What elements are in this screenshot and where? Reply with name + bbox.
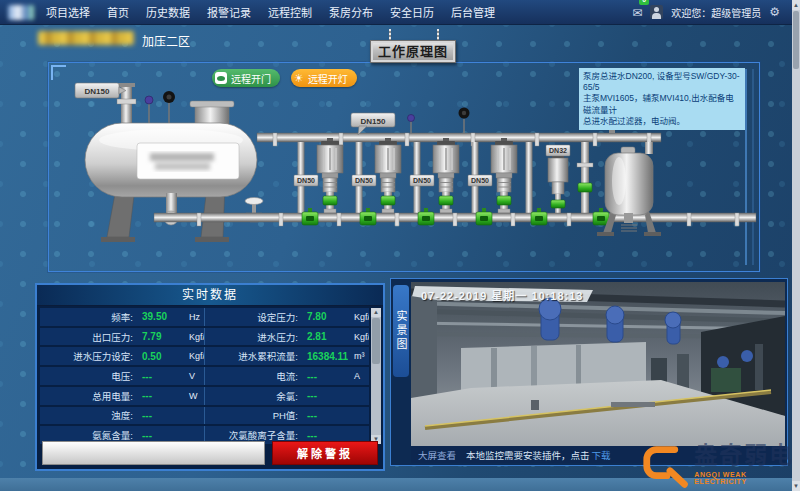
svg-text:DN50: DN50 [471,177,489,184]
svg-text:DN50: DN50 [413,177,431,184]
nav-item-history[interactable]: 历史数据 [146,4,190,20]
scroll-down-icon[interactable]: ▼ [792,481,800,491]
remote-door-label: 远程开门 [231,71,271,86]
process-diagram-panel: DN150 [48,62,760,272]
device-info-line2: 主泵MVI1605，辅泵MVI410,出水配备电磁流量计 [583,93,741,115]
tab-live-view[interactable]: 实景图 [393,285,409,377]
param-label: 进水压力设定: [40,349,133,363]
pump-2 [375,138,401,213]
device-info-line3: 总进水配过滤器，电动阀。 [583,116,741,127]
param-label: 出口压力: [40,330,133,344]
param-label: 设定压力: [205,310,298,324]
param-label: 余氯: [205,389,298,403]
param-value: 0.50 [133,351,189,362]
nav-item-alarm-log[interactable]: 报警记录 [207,4,251,20]
param-value: 2.81 [298,331,354,342]
alarm-bar: 解除警报 [42,441,378,465]
nav-item-home[interactable]: 首页 [107,4,129,20]
svg-text:DN50: DN50 [355,177,373,184]
remote-light-button[interactable]: ☀ 远程开灯 [291,69,357,87]
welcome-text: 欢迎您：超级管理员 [671,5,761,20]
param-value: 39.50 [133,311,189,322]
scroll-up-icon[interactable]: ▲ [792,0,800,10]
param-unit: m³ [354,351,365,361]
realtime-table: 频率:39.50Hz 设定压力:7.80Kgf/cm² 出口压力:7.79Kgf… [40,308,369,444]
param-unit: W [189,391,198,401]
param-value: 7.79 [133,331,189,342]
param-value: 7.80 [298,311,354,322]
remote-light-label: 远程开灯 [308,71,348,86]
camera-scene [411,282,785,446]
param-unit: Kgf/cm² [354,332,369,342]
camera-panel: 实景图 [390,278,788,466]
header-size-tag: DN150 [351,113,395,135]
param-value: 16384.11 [298,351,354,362]
messages-button[interactable]: ✉ 0 [632,3,642,21]
param-label: 进水压力: [205,330,298,344]
nav-item-admin[interactable]: 后台管理 [451,4,495,20]
svg-text:DN150: DN150 [85,87,110,96]
table-row: 浊度:--- PH值:--- [40,407,369,425]
param-value: --- [298,410,354,421]
gear-icon[interactable]: ⚙ [769,5,780,19]
principle-diagram-sign: 工作原理图 [370,40,456,63]
table-row: 进水压力设定:0.50Kgf/cm² 进水累积流量:16384.11m³ [40,347,369,365]
plugin-hint-text: 本地监控需要安装插件，点击 [466,448,590,462]
svg-text:DN150: DN150 [361,117,386,126]
scroll-thumb[interactable] [793,11,799,69]
param-label: 浊度: [40,408,133,422]
pump-4 [491,138,517,213]
door-icon [215,72,227,84]
pump-1 [317,138,343,213]
remote-door-button[interactable]: 远程开门 [212,69,280,87]
nav-item-station-map[interactable]: 泵房分布 [329,4,373,20]
light-bulb-icon: ☀ [294,72,304,84]
table-scrollbar[interactable]: ▲ ▼ [371,308,381,444]
nav-menu: 项目选择 首页 历史数据 报警记录 远程控制 泵房分布 安全日历 后台管理 [46,4,495,20]
nav-right-group: ✉ 0 欢迎您：超级管理员 ⚙ [632,3,786,21]
zone-label: 加压二区 [142,32,190,49]
live-view-tab-label: 实景图 [393,310,409,352]
scroll-up-icon[interactable]: ▲ [371,308,381,317]
scroll-thumb[interactable] [372,318,380,364]
company-logo [8,5,34,20]
param-value: --- [298,430,354,441]
table-row: 出口压力:7.79Kgf/cm² 进水压力:2.81Kgf/cm² [40,328,369,346]
param-label: 进水累积流量: [205,349,298,363]
project-name-redacted [38,31,134,45]
aux-pump [548,155,568,213]
manifold-pipe [154,213,756,226]
alarm-message-box [42,441,265,465]
fullscreen-view-link[interactable]: 大屏查看 [418,448,456,462]
param-unit: Kgf/cm² [189,351,204,361]
table-row: 电压:---V 电流:---A [40,367,369,385]
param-unit: A [354,371,360,381]
nav-item-safety-calendar[interactable]: 安全日历 [390,4,434,20]
param-label: 电流: [205,369,298,383]
param-value: --- [298,371,354,382]
inlet-size-tag: DN150 [75,83,126,98]
download-link[interactable]: 下载 [592,448,611,462]
param-unit: V [189,371,195,381]
scada-page: 项目选择 首页 历史数据 报警记录 远程控制 泵房分布 安全日历 后台管理 ✉ … [0,0,800,491]
message-count-badge: 0 [639,0,649,5]
param-label: 频率: [40,310,133,324]
param-value: --- [298,390,354,401]
camera-video-frame: 07-22-2019 星期一 10:18:13 [411,282,785,446]
param-label: 总用电量: [40,389,133,403]
page-scrollbar[interactable]: ▲ ▼ [792,0,800,491]
camera-caption-bar: 大屏查看 本地监控需要安装插件，点击 下载 [411,446,785,463]
pump-3 [433,138,459,213]
svg-text:DN50: DN50 [297,177,315,184]
param-unit: Hz [189,312,200,322]
avatar[interactable] [650,5,663,19]
device-info-line1: 泵房总进水DN200, 设备型号SW/GDY-30-65/5 [583,71,741,93]
footer-bar [0,478,800,491]
nav-item-project-select[interactable]: 项目选择 [46,4,90,20]
tank-manhole [195,105,229,125]
param-label: 电压: [40,369,133,383]
clear-alarm-button[interactable]: 解除警报 [272,441,378,465]
mail-icon: ✉ [632,6,642,20]
nav-item-remote-control[interactable]: 远程控制 [268,4,312,20]
camera-timestamp: 07-22-2019 星期一 10:18:13 [421,287,583,303]
